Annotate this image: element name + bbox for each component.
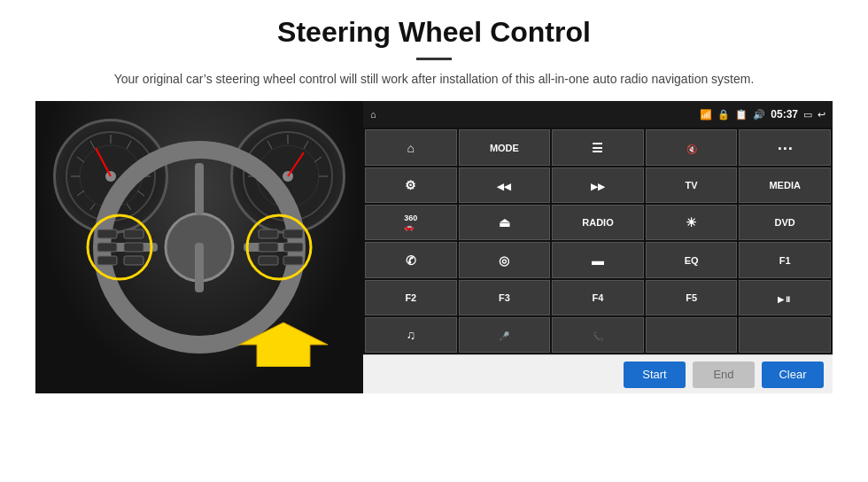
- btn-eq[interactable]: EQ: [646, 242, 738, 277]
- mode-label: MODE: [490, 143, 519, 153]
- lock-icon: 🔒: [717, 109, 730, 120]
- svg-rect-42: [259, 256, 278, 265]
- phone-icon: [406, 253, 416, 268]
- eq-label: EQ: [685, 255, 699, 266]
- btn-360[interactable]: 360🚗: [365, 205, 457, 240]
- svg-rect-45: [283, 256, 303, 265]
- svg-rect-28: [195, 163, 204, 214]
- button-grid: MODE TV MEDIA 360🚗 RADIO DVD: [363, 128, 833, 354]
- start-button[interactable]: Start: [624, 362, 686, 388]
- btn-next[interactable]: [552, 167, 644, 203]
- svg-rect-37: [124, 243, 143, 252]
- btn-empty1: [646, 317, 738, 353]
- btn-mic[interactable]: [459, 317, 551, 353]
- f4-label: F4: [593, 292, 604, 303]
- btn-settings[interactable]: [365, 167, 457, 203]
- btn-tv[interactable]: TV: [646, 167, 738, 203]
- end-button[interactable]: End: [693, 362, 755, 388]
- btn-dvd[interactable]: DVD: [739, 205, 831, 240]
- status-right: 📶 🔒 📋 🔊 05:37 ▭ ↩: [700, 108, 825, 120]
- btn-tel[interactable]: [552, 317, 644, 353]
- btn-play-pause[interactable]: [739, 280, 831, 315]
- btn-brightness[interactable]: [646, 205, 738, 240]
- title-divider: [416, 58, 452, 60]
- sd-icon: 📋: [735, 109, 748, 120]
- btn-bar[interactable]: [552, 242, 644, 277]
- wifi-icon: 📶: [700, 109, 712, 120]
- screen-icon: ▭: [803, 109, 812, 120]
- tel-icon: [593, 328, 603, 342]
- btn-apps[interactable]: [739, 129, 831, 165]
- ie-icon: [499, 253, 509, 268]
- mic-icon: [499, 328, 509, 342]
- btn-mode[interactable]: MODE: [459, 129, 551, 165]
- f5-label: F5: [686, 292, 697, 303]
- btn-home[interactable]: [365, 129, 457, 165]
- btn-eject[interactable]: [459, 205, 551, 240]
- media-label: MEDIA: [769, 180, 800, 190]
- f2-label: F2: [405, 292, 416, 303]
- svg-rect-44: [283, 243, 303, 252]
- 360-label: 360🚗: [404, 214, 417, 231]
- svg-rect-33: [97, 229, 117, 238]
- svg-rect-34: [97, 243, 117, 252]
- btn-empty2: [739, 317, 831, 353]
- brightness-icon: [686, 215, 697, 229]
- btn-phone[interactable]: [365, 242, 457, 277]
- control-panel: ⌂ 📶 🔒 📋 🔊 05:37 ▭ ↩ MODE: [363, 101, 833, 393]
- svg-rect-41: [259, 243, 278, 252]
- tv-label: TV: [686, 180, 698, 190]
- btn-f2[interactable]: F2: [365, 280, 457, 315]
- prev-icon: [497, 178, 511, 192]
- steering-wheel-image: [35, 101, 363, 393]
- f1-label: F1: [779, 255, 791, 266]
- svg-rect-40: [259, 229, 278, 238]
- list-icon: [592, 141, 603, 155]
- music-icon: [407, 328, 416, 342]
- home-icon: ⌂: [370, 109, 376, 120]
- play-pause-icon: [778, 291, 792, 305]
- eject-icon: [499, 215, 510, 229]
- next-icon: [591, 178, 605, 192]
- btn-radio[interactable]: RADIO: [552, 205, 644, 240]
- btn-media[interactable]: MEDIA: [739, 167, 831, 203]
- back-icon: ↩: [818, 109, 825, 120]
- btn-f3[interactable]: F3: [459, 280, 551, 315]
- radio-label: RADIO: [582, 217, 613, 228]
- svg-rect-29: [195, 243, 204, 292]
- f3-label: F3: [499, 292, 510, 303]
- svg-rect-43: [283, 229, 303, 238]
- btn-f4[interactable]: F4: [552, 280, 644, 315]
- status-bar: ⌂ 📶 🔒 📋 🔊 05:37 ▭ ↩: [363, 101, 833, 128]
- btn-f5[interactable]: F5: [646, 280, 738, 315]
- dvd-label: DVD: [775, 217, 795, 228]
- content-row: ⌂ 📶 🔒 📋 🔊 05:37 ▭ ↩ MODE: [35, 101, 833, 393]
- btn-ie[interactable]: [459, 242, 551, 277]
- page: Steering Wheel Control Your original car…: [0, 0, 868, 482]
- action-bar: Start End Clear: [363, 354, 833, 393]
- clear-button[interactable]: Clear: [762, 362, 824, 388]
- btn-f1[interactable]: F1: [739, 242, 831, 277]
- svg-rect-35: [97, 256, 117, 265]
- bluetooth-icon: 🔊: [753, 109, 765, 120]
- page-title: Steering Wheel Control: [277, 16, 591, 49]
- apps-icon: [777, 138, 793, 158]
- time-display: 05:37: [771, 108, 798, 120]
- btn-music[interactable]: [365, 317, 457, 353]
- vol-mute-icon: [686, 141, 697, 155]
- page-subtitle: Your original car’s steering wheel contr…: [114, 69, 755, 89]
- status-left: ⌂: [370, 109, 376, 120]
- btn-vol-mute[interactable]: [646, 129, 738, 165]
- svg-rect-36: [124, 229, 143, 238]
- btn-prev[interactable]: [459, 167, 551, 203]
- btn-list[interactable]: [552, 129, 644, 165]
- bar-icon: [592, 253, 604, 268]
- home-icon: [407, 141, 415, 155]
- svg-rect-38: [124, 256, 143, 265]
- settings-icon: [405, 178, 416, 192]
